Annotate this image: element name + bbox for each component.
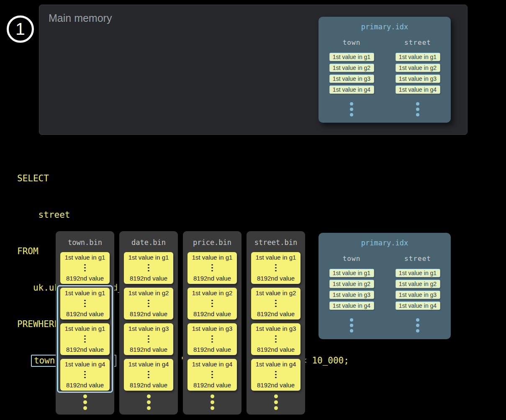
granule-last-value: 8192nd value bbox=[130, 381, 167, 389]
idx-entry: 1st value in g1 bbox=[329, 53, 374, 61]
granule-block: 1st value in g4 8192nd value bbox=[251, 359, 301, 391]
idx-entry: 1st value in g2 bbox=[396, 64, 440, 72]
granule-block: 1st value in g1 8192nd value bbox=[124, 252, 173, 284]
idx-column-street-header: street bbox=[404, 39, 431, 46]
ellipsis-dots-icon bbox=[84, 332, 86, 346]
idx-column-town-header: town bbox=[343, 39, 361, 46]
ellipsis-dots-icon bbox=[148, 261, 149, 275]
granule-last-value: 8192nd value bbox=[257, 310, 295, 317]
granule-last-value: 8192nd value bbox=[193, 275, 231, 282]
granule-first-value: 1st value in g1 bbox=[192, 254, 233, 261]
idx-entry: 1st value in g1 bbox=[329, 269, 374, 277]
ellipsis-dots-icon bbox=[247, 394, 305, 410]
granule-first-value: 1st value in g3 bbox=[192, 325, 233, 332]
ellipsis-dots-icon bbox=[84, 368, 86, 381]
granule-first-value: 1st value in g4 bbox=[128, 361, 169, 368]
ellipsis-dots-icon bbox=[84, 296, 86, 310]
diagram-canvas: 1 Main memory primary.idx town 1st value… bbox=[0, 0, 506, 420]
ellipsis-dots-icon bbox=[275, 261, 277, 275]
granule-last-value: 8192nd value bbox=[66, 381, 104, 389]
primary-idx-title: primary.idx bbox=[318, 23, 451, 31]
granule-block: 1st value in g3 8192nd value bbox=[124, 323, 173, 355]
ellipsis-dots-icon bbox=[148, 296, 149, 310]
ellipsis-dots-icon bbox=[211, 368, 213, 381]
ellipsis-dots-icon bbox=[211, 296, 213, 310]
granule-last-value: 8192nd value bbox=[66, 310, 104, 317]
idx-column-town: town 1st value in g1 1st value in g2 1st… bbox=[318, 35, 385, 119]
granule-block: 1st value in g1 8192nd value bbox=[60, 252, 110, 284]
idx-entry: 1st value in g1 bbox=[396, 53, 440, 61]
granule-last-value: 8192nd value bbox=[193, 310, 231, 317]
granule-first-value: 1st value in g1 bbox=[128, 254, 169, 261]
ellipsis-dots-icon bbox=[350, 316, 353, 335]
primary-idx-card-top: primary.idx town 1st value in g1 1st val… bbox=[318, 17, 451, 123]
granule-last-value: 8192nd value bbox=[257, 275, 295, 282]
bin-column-title: price.bin bbox=[183, 238, 241, 247]
idx-entry: 1st value in g4 bbox=[329, 301, 374, 310]
ellipsis-dots-icon bbox=[211, 332, 213, 346]
granule-block: 1st value in g1 8192nd value bbox=[60, 288, 110, 320]
granule-last-value: 8192nd value bbox=[257, 346, 295, 353]
idx-column-street: street 1st value in g1 1st value in g2 1… bbox=[385, 251, 451, 335]
granule-last-value: 8192nd value bbox=[66, 275, 104, 282]
granule-block: 1st value in g1 8192nd value bbox=[60, 323, 110, 355]
ellipsis-dots-icon bbox=[275, 368, 277, 381]
granule-block: 1st value in g3 8192nd value bbox=[251, 323, 301, 355]
bin-column-street: street.bin 1st value in g1 8192nd value … bbox=[247, 231, 305, 415]
granule-first-value: 1st value in g1 bbox=[256, 254, 296, 261]
idx-entry: 1st value in g3 bbox=[396, 291, 440, 299]
idx-column-street: street 1st value in g1 1st value in g2 1… bbox=[385, 35, 451, 119]
granule-first-value: 1st value in g1 bbox=[65, 325, 105, 332]
ellipsis-dots-icon bbox=[211, 261, 213, 275]
step-1-label: 1 bbox=[15, 19, 25, 39]
ellipsis-dots-icon bbox=[350, 100, 353, 119]
idx-column-town: town 1st value in g1 1st value in g2 1st… bbox=[318, 251, 385, 335]
granule-first-value: 1st value in g3 bbox=[256, 325, 296, 332]
idx-entry: 1st value in g4 bbox=[396, 85, 440, 94]
granule-last-value: 8192nd value bbox=[130, 346, 167, 353]
ellipsis-dots-icon bbox=[56, 394, 114, 410]
granule-block: 1st value in g1 8192nd value bbox=[188, 252, 237, 284]
granule-block: 1st value in g4 8192nd value bbox=[60, 359, 110, 391]
granule-first-value: 1st value in g2 bbox=[256, 289, 296, 296]
ellipsis-dots-icon bbox=[84, 261, 86, 275]
bin-column-title: street.bin bbox=[247, 238, 305, 247]
ellipsis-dots-icon bbox=[275, 332, 277, 346]
granule-last-value: 8192nd value bbox=[193, 346, 231, 353]
granule-last-value: 8192nd value bbox=[193, 381, 231, 389]
granule-first-value: 1st value in g1 bbox=[65, 254, 105, 261]
ellipsis-dots-icon bbox=[416, 316, 419, 335]
granule-first-value: 1st value in g2 bbox=[192, 289, 233, 296]
granule-block: 1st value in g3 8192nd value bbox=[188, 323, 237, 355]
granule-last-value: 8192nd value bbox=[66, 346, 104, 353]
granule-first-value: 1st value in g4 bbox=[65, 361, 105, 368]
granule-block: 1st value in g4 8192nd value bbox=[188, 359, 237, 391]
idx-entry: 1st value in g4 bbox=[329, 85, 374, 94]
bin-column-price: price.bin 1st value in g1 8192nd value 1… bbox=[183, 231, 241, 415]
main-memory-title: Main memory bbox=[49, 12, 112, 24]
granule-last-value: 8192nd value bbox=[257, 381, 295, 389]
granule-block: 1st value in g2 8192nd value bbox=[251, 288, 301, 320]
granule-first-value: 1st value in g1 bbox=[65, 289, 105, 296]
ellipsis-dots-icon bbox=[119, 394, 178, 410]
granule-last-value: 8192nd value bbox=[130, 275, 167, 282]
idx-entry: 1st value in g2 bbox=[396, 280, 440, 288]
idx-entry: 1st value in g4 bbox=[396, 301, 440, 310]
bin-column-date: date.bin 1st value in g1 8192nd value 1s… bbox=[119, 231, 178, 415]
ellipsis-dots-icon bbox=[416, 100, 419, 119]
idx-entry: 1st value in g2 bbox=[329, 280, 374, 288]
granule-first-value: 1st value in g2 bbox=[128, 289, 169, 296]
idx-entry: 1st value in g1 bbox=[396, 269, 440, 277]
bin-column-title: town.bin bbox=[56, 238, 114, 247]
granule-first-value: 1st value in g4 bbox=[192, 361, 233, 368]
ellipsis-dots-icon bbox=[183, 394, 241, 410]
primary-idx-columns: town 1st value in g1 1st value in g2 1st… bbox=[318, 251, 451, 335]
ellipsis-dots-icon bbox=[148, 368, 149, 381]
bin-column-title: date.bin bbox=[119, 238, 178, 247]
idx-column-town-header: town bbox=[343, 255, 361, 263]
idx-entry: 1st value in g3 bbox=[396, 75, 440, 83]
granule-last-value: 8192nd value bbox=[130, 310, 167, 317]
granule-first-value: 1st value in g3 bbox=[128, 325, 169, 332]
idx-entry: 1st value in g3 bbox=[329, 75, 374, 83]
primary-idx-card-bottom: primary.idx town 1st value in g1 1st val… bbox=[318, 233, 451, 339]
